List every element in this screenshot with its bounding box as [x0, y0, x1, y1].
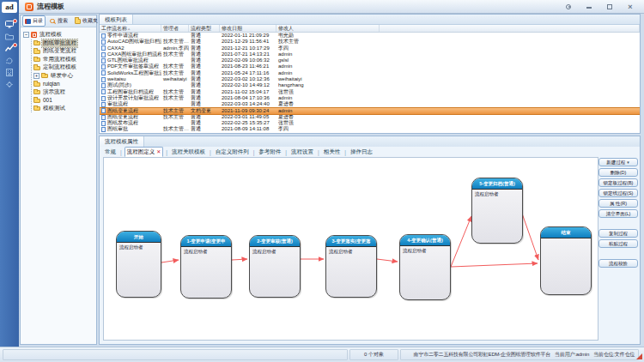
tree-item[interactable]: ruiqian — [33, 80, 94, 88]
tree-root-label: 流程模板 — [39, 31, 63, 39]
tree-item[interactable]: 001 — [33, 96, 94, 105]
workflow-name: CAXA2 — [107, 45, 125, 51]
catalog-panel: 目录搜索收藏夹 − 流程模板 图纸审批流程图纸变更流程常用流程模板定制流程模板+… — [20, 15, 97, 345]
table-row[interactable]: 零件申请流程普通2022-01-11 21:09:29韦光勋 — [100, 33, 640, 39]
flowchart-canvas[interactable]: 开始流程启动者1-变更申请(变更申流程启动者2-变更审核(普通)流程启动者3-变… — [103, 157, 598, 341]
action-button[interactable]: 清空界面(L) — [598, 209, 638, 218]
table-row[interactable]: PDF文件审批签章流程技术主管普通2021-08-23 11:46:21admi… — [100, 63, 640, 69]
settings-icon[interactable] — [0, 79, 19, 91]
table-row[interactable]: 图纸变更流程技术主管文档变更2021-11-09 09:30:24admin — [100, 108, 640, 114]
folder-icon — [33, 90, 40, 94]
cell: 文档变更 — [189, 108, 220, 114]
table-row[interactable]: GTL图纸审批流程普通2022-02-09 10:06:32gslsl — [100, 57, 640, 63]
workflow-name-cell: GTL图纸审批流程 — [100, 57, 161, 63]
toolbar-button-label: 目录 — [33, 17, 43, 25]
template-list-tab[interactable]: 模板列表 — [100, 15, 133, 24]
table-row[interactable]: weitaisuweihaitaiyi普通2022-03-02 10:12:36… — [100, 76, 640, 82]
tree-item[interactable]: 模板测试 — [33, 105, 94, 113]
flow-node[interactable]: 1-变更申请(变更申流程启动者 — [180, 235, 232, 299]
flow-node-body: 流程启动者 — [250, 247, 300, 256]
notification-badge — [13, 43, 17, 47]
flow-node-body: 流程启动者 — [472, 190, 522, 199]
table-row[interactable]: 测试(同步)普通2022-02-10 14:49:12hangzhang — [100, 82, 640, 88]
table-row[interactable]: CAXA图纸审批归档流程技术主管普通2021-07-21 14:13:21adm… — [100, 51, 640, 57]
action-button[interactable]: 新建过程▼ — [598, 158, 638, 166]
cell: 技术主管 — [161, 114, 189, 120]
tab-6[interactable]: 相关性 — [322, 148, 343, 156]
column-header[interactable]: 管理者 — [161, 25, 189, 32]
tree-item[interactable]: +研发中心 — [33, 72, 94, 81]
table-row[interactable]: SolidWorks工程图审批流程技术主管普通2021-05-24 17:11:… — [100, 70, 640, 76]
cell: 普通 — [189, 39, 220, 45]
tree-item[interactable]: 图纸审批流程 — [33, 39, 94, 48]
action-button-label: 新建过程 — [606, 160, 625, 166]
table-row[interactable]: 图纸发布流程普通2022-02-25 15:35:27张世强 — [100, 120, 640, 126]
maximize-button[interactable] — [606, 3, 613, 10]
cell: weihaitaiyi — [161, 76, 189, 82]
cell: 2022-03-01 11:49:05 — [220, 114, 276, 120]
toolbar-button-search[interactable]: 搜索 — [47, 15, 70, 27]
cell: 夏进春 — [276, 101, 380, 107]
column-header[interactable]: 流程类型 — [189, 25, 220, 32]
cell: 2022-02-09 10:06:32 — [220, 57, 276, 63]
cell: 2021-08-23 11:46:21 — [220, 63, 276, 69]
minimize-button[interactable] — [586, 3, 592, 10]
workflow-name-cell: AutoCAD图纸审批归档流程 — [100, 39, 161, 45]
flow-node[interactable]: 3-变更落实(变更落流程启动者 — [325, 235, 377, 298]
action-button[interactable]: 粘贴过程 — [598, 239, 638, 248]
column-header[interactable]: 工作流名称▵ — [100, 25, 161, 32]
table-row[interactable]: 设计开发计划审批流程技术主管普通2021-08-04 17:10:36admin — [100, 95, 640, 101]
folder-icon — [33, 82, 40, 87]
tab-3[interactable]: 自定义附件列 — [214, 148, 251, 156]
action-button[interactable]: 属 性(R) — [598, 199, 638, 208]
properties-cap: 流程模板属性 — [100, 136, 640, 147]
flow-node-title: 1-变更申请(变更申 — [181, 236, 231, 247]
rail-icons — [0, 19, 19, 91]
action-button[interactable]: 复制过程 — [598, 229, 638, 238]
close-icon[interactable]: × — [627, 3, 634, 10]
status-empty-segment — [3, 349, 348, 360]
toolbar-button-folder[interactable]: 收藏夹 — [72, 15, 100, 27]
tab-close-icon[interactable]: ✕ — [156, 148, 161, 156]
toolbar-button-label: 搜索 — [58, 17, 68, 25]
properties-tab[interactable]: 流程模板属性 — [100, 136, 144, 147]
column-header[interactable]: 修改人 — [276, 25, 380, 32]
workflow-name-cell: weitaisu — [100, 76, 161, 82]
tree-item[interactable]: 定制流程模板 — [33, 63, 94, 72]
tab-5[interactable]: 流程设置 — [289, 148, 315, 156]
flow-node-title: 5-变更归档(普通) — [472, 178, 522, 190]
tree-item[interactable]: 演示流程 — [33, 88, 94, 97]
flow-node[interactable]: 开始流程启动者 — [116, 231, 161, 298]
action-button[interactable]: 流程校验 — [598, 259, 638, 268]
action-button[interactable]: 锁定板过程(B) — [598, 178, 638, 187]
tab-4[interactable]: 参考附件 — [257, 148, 283, 156]
workflow-name-cell: 图纸发布流程 — [100, 120, 161, 126]
flow-edge — [451, 263, 538, 267]
flow-node[interactable]: 2-变更审核(普通)流程启动者 — [249, 235, 301, 298]
expand-icon[interactable]: + — [33, 73, 39, 79]
column-header[interactable]: 修改日期 — [220, 25, 276, 32]
tree-item[interactable]: 图纸变更流程 — [33, 47, 94, 56]
table-row[interactable]: 图纸变更流程技术主管普通2022-03-01 11:49:05夏进春 — [100, 114, 640, 120]
workflow-name: 图纸变更流程 — [107, 108, 138, 114]
collapse-icon[interactable]: − — [23, 32, 29, 38]
resize-grip-icon[interactable] — [636, 353, 642, 359]
table-row[interactable]: 图纸审批技术主管…普通2021-08-09 14:11:08李四 — [100, 126, 640, 132]
action-button[interactable]: 锁定线过程(S) — [598, 189, 638, 197]
flow-node[interactable]: 5-变更归档(普通)流程启动者 — [471, 178, 523, 244]
flow-node[interactable]: 4-变更确认(普通)流程启动者 — [399, 234, 451, 300]
table-row[interactable]: 审批流程普通2022-03-03 14:24:40夏进春 — [100, 101, 640, 107]
table-row[interactable]: AutoCAD图纸审批归档流程技术主管…普通2021-12-29 11:56:4… — [100, 39, 640, 45]
table-row[interactable]: CAXA2admin,李四普通2021-12-21 10:17:29李四 — [100, 45, 640, 51]
toolbar-button-book[interactable]: 目录 — [22, 15, 46, 27]
tab-7[interactable]: 操作日志 — [349, 148, 374, 156]
settings-icon[interactable] — [565, 3, 572, 10]
tree-root[interactable]: − 流程模板 — [23, 31, 94, 39]
tab-0[interactable]: 常规 — [103, 148, 118, 156]
flow-node[interactable]: 结束 — [540, 226, 592, 295]
tab-1[interactable]: 流程图定义✕ — [125, 147, 164, 157]
action-button[interactable]: 删除(D) — [598, 168, 638, 177]
tree-item[interactable]: 常用流程模板 — [33, 56, 94, 64]
table-row[interactable]: 工程图审批归档流程技术主管普通2021-11-02 15:04:17张世强 — [100, 89, 640, 95]
tab-2[interactable]: 流程关联模板 — [170, 148, 207, 156]
